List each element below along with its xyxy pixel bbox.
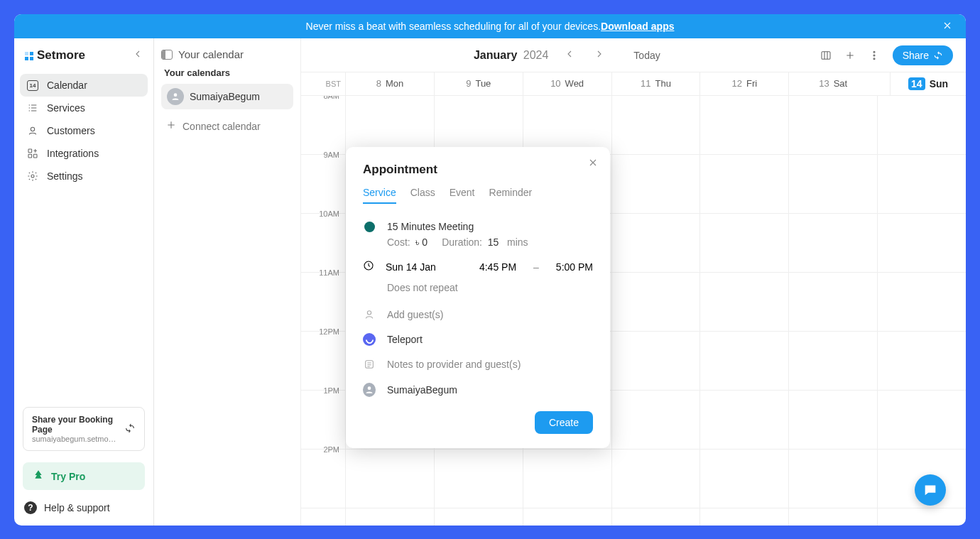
download-apps-link[interactable]: Download apps <box>601 21 674 32</box>
day-column[interactable] <box>611 96 700 526</box>
banner-text: Never miss a beat with seamless scheduli… <box>306 21 601 32</box>
grid-plus-icon <box>27 148 38 159</box>
service-color-dot <box>364 222 375 232</box>
year-label: 2024 <box>523 49 549 61</box>
time-label: 10AM <box>319 209 339 218</box>
today-button[interactable]: Today <box>633 50 660 61</box>
tab-service[interactable]: Service <box>363 187 396 204</box>
svg-rect-1 <box>28 149 32 153</box>
day-header[interactable]: 10Wed <box>523 72 611 95</box>
sidebar-item-calendar[interactable]: 14 Calendar <box>20 74 148 97</box>
datetime-row[interactable]: Sun 14 Jan 4:45 PM – 5:00 PM <box>363 256 593 278</box>
next-month-button[interactable] <box>591 48 608 62</box>
panel-title: Your calendar <box>178 48 244 60</box>
service-name: 15 Minutes Meeting <box>387 221 474 232</box>
notes-row[interactable]: Notes to provider and guest(s) <box>363 354 593 374</box>
share-icon <box>124 423 136 436</box>
appointment-popup: Appointment Service Class Event Reminder… <box>346 147 610 448</box>
avatar-icon <box>363 383 376 397</box>
day-header[interactable]: 12Fri <box>699 72 788 95</box>
day-column[interactable] <box>877 96 966 526</box>
chat-fab[interactable] <box>915 474 946 506</box>
day-header[interactable]: 11Thu <box>611 72 700 95</box>
sidebar: Setmore 14 Calendar Services Customers <box>14 38 154 526</box>
list-icon <box>27 102 38 114</box>
cost-value[interactable]: ৳ 0 <box>415 236 428 248</box>
sidebar-item-integrations[interactable]: Integrations <box>20 142 148 165</box>
sidebar-item-label: Services <box>47 102 85 114</box>
video-row[interactable]: Teleport <box>363 329 593 350</box>
repeat-row[interactable]: Does not repeat <box>363 278 593 298</box>
time-label: 9AM <box>323 151 339 159</box>
day-header[interactable]: 13Sat <box>788 72 877 95</box>
svg-point-5 <box>174 93 178 97</box>
logo-icon <box>24 51 33 60</box>
teleport-icon <box>363 333 376 346</box>
question-icon: ? <box>24 501 37 514</box>
time-label: 2PM <box>323 445 339 454</box>
your-calendars-label: Your calendars <box>164 67 290 78</box>
start-time[interactable]: 4:45 PM <box>479 261 516 273</box>
notes-icon <box>363 359 376 370</box>
prev-month-button[interactable] <box>561 48 578 62</box>
duration-value[interactable]: 15 <box>488 236 499 248</box>
tree-icon <box>33 469 44 483</box>
add-button[interactable] <box>844 50 856 61</box>
calendars-panel: Your calendar Your calendars SumaiyaBegu… <box>154 38 301 526</box>
svg-point-0 <box>31 127 34 131</box>
sidebar-item-customers[interactable]: Customers <box>20 119 148 142</box>
day-header[interactable]: 14Sun <box>890 72 966 95</box>
tab-class[interactable]: Class <box>410 187 435 204</box>
brand-logo[interactable]: Setmore <box>24 48 85 62</box>
service-row[interactable]: 15 Minutes Meeting <box>363 217 593 236</box>
columns-icon[interactable] <box>820 50 832 61</box>
time-label: 12PM <box>319 327 339 336</box>
share-button[interactable]: Share <box>893 45 953 65</box>
close-popup-button[interactable] <box>587 157 599 171</box>
sidebar-item-label: Calendar <box>47 80 87 91</box>
calendar-icon: 14 <box>27 80 38 91</box>
sidebar-item-services[interactable]: Services <box>20 97 148 119</box>
popup-title: Appointment <box>363 163 593 177</box>
calendar-view: January 2024 Today Share <box>301 38 966 526</box>
panel-icon <box>161 50 173 60</box>
tab-reminder[interactable]: Reminder <box>489 187 533 204</box>
collapse-sidebar-icon[interactable] <box>132 48 143 62</box>
help-support-button[interactable]: ? Help & support <box>23 499 145 517</box>
sidebar-item-settings[interactable]: Settings <box>20 165 148 187</box>
date-value[interactable]: Sun 14 Jan <box>386 261 436 273</box>
try-pro-button[interactable]: Try Pro <box>23 462 145 490</box>
calendar-user-chip[interactable]: SumaiyaBegum <box>161 84 293 109</box>
time-label: 11AM <box>319 268 339 277</box>
day-column[interactable] <box>788 96 877 526</box>
svg-point-9 <box>873 58 875 59</box>
close-icon[interactable] <box>942 20 953 33</box>
connect-calendar-button[interactable]: Connect calendar <box>161 116 293 136</box>
svg-point-13 <box>368 386 371 390</box>
time-label: 8AM <box>323 96 339 100</box>
person-icon <box>363 309 376 320</box>
create-button[interactable]: Create <box>535 411 593 434</box>
sidebar-item-label: Settings <box>47 170 83 182</box>
svg-rect-3 <box>33 154 37 158</box>
svg-rect-6 <box>822 51 830 59</box>
avatar-icon <box>167 88 184 105</box>
svg-point-7 <box>873 51 875 53</box>
share-booking-card[interactable]: Share your Booking Page sumaiyabegum.set… <box>23 407 145 451</box>
sidebar-item-label: Customers <box>47 125 95 136</box>
end-time[interactable]: 5:00 PM <box>556 261 593 273</box>
add-guests-row[interactable]: Add guest(s) <box>363 305 593 325</box>
day-header[interactable]: 8Mon <box>345 72 434 95</box>
day-header[interactable]: 9Tue <box>434 72 523 95</box>
svg-point-11 <box>367 311 371 315</box>
svg-point-8 <box>873 55 875 56</box>
plus-icon <box>165 119 177 133</box>
svg-point-4 <box>31 175 34 178</box>
more-icon[interactable] <box>869 50 880 61</box>
month-label: January <box>474 49 517 61</box>
svg-rect-2 <box>28 154 32 158</box>
tab-event[interactable]: Event <box>450 187 475 204</box>
gear-icon <box>27 170 38 182</box>
provider-row[interactable]: SumaiyaBegum <box>363 379 593 401</box>
day-column[interactable] <box>699 96 788 526</box>
